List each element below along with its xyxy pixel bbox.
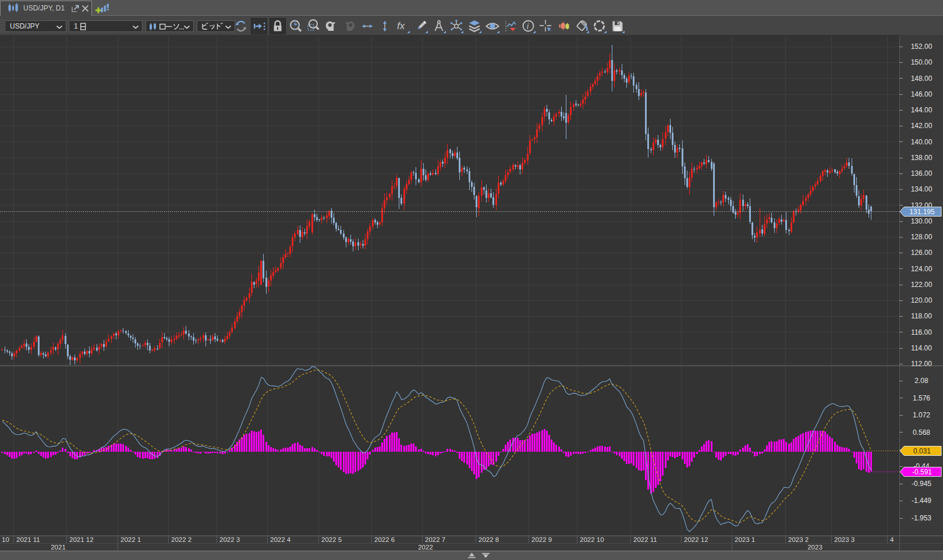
svg-text:138.00: 138.00 (911, 154, 933, 162)
svg-text:148.00: 148.00 (911, 75, 933, 83)
svg-text:2023 1: 2023 1 (735, 536, 755, 543)
svg-text:2022 9: 2022 9 (531, 536, 552, 543)
svg-text:2022 12: 2022 12 (684, 536, 708, 543)
svg-text:2021 12: 2021 12 (69, 536, 94, 543)
svg-text:2021 11: 2021 11 (16, 536, 40, 543)
svg-text:2022 5: 2022 5 (321, 536, 342, 543)
svg-text:2023 2: 2023 2 (788, 536, 809, 543)
svg-text:0.031: 0.031 (913, 447, 931, 455)
svg-text:120.00: 120.00 (911, 296, 933, 304)
svg-text:-1.449: -1.449 (912, 497, 931, 505)
svg-text:2022 3: 2022 3 (219, 536, 240, 543)
svg-text:152.00: 152.00 (911, 42, 933, 51)
svg-text:122.00: 122.00 (911, 281, 933, 289)
svg-text:116.00: 116.00 (911, 328, 932, 336)
svg-text:2022 6: 2022 6 (374, 536, 395, 543)
svg-text:2022 11: 2022 11 (633, 536, 657, 543)
svg-text:112.00: 112.00 (911, 360, 932, 368)
svg-text:2022 8: 2022 8 (478, 536, 499, 543)
svg-text:0.568: 0.568 (913, 428, 930, 437)
svg-text:2.08: 2.08 (914, 377, 928, 385)
svg-text:130.00: 130.00 (911, 217, 933, 225)
svg-text:140.00: 140.00 (911, 138, 933, 146)
svg-text:128.00: 128.00 (911, 233, 933, 241)
svg-text:2022 7: 2022 7 (425, 536, 445, 543)
svg-text:146.00: 146.00 (911, 90, 933, 98)
svg-text:144.00: 144.00 (911, 106, 933, 114)
svg-text:134.00: 134.00 (911, 185, 933, 193)
svg-text:150.00: 150.00 (911, 58, 933, 66)
svg-text:i: i (527, 22, 529, 31)
svg-text:-0.945: -0.945 (912, 480, 931, 488)
svg-text:2022 1: 2022 1 (120, 536, 141, 543)
svg-text:142.00: 142.00 (911, 122, 933, 130)
svg-text:2022 2: 2022 2 (171, 536, 192, 543)
svg-text:114.00: 114.00 (911, 344, 932, 352)
svg-text:2022: 2022 (418, 544, 433, 551)
svg-text:2022 10: 2022 10 (580, 536, 604, 543)
svg-text:136.00: 136.00 (911, 169, 933, 178)
svg-text:2023: 2023 (807, 544, 823, 551)
svg-text:1.072: 1.072 (913, 411, 930, 419)
svg-text:118.00: 118.00 (911, 312, 932, 320)
svg-text:1.576: 1.576 (913, 394, 930, 402)
svg-text:2022 4: 2022 4 (270, 536, 291, 543)
svg-text:126.00: 126.00 (911, 249, 933, 257)
svg-text:2023 3: 2023 3 (834, 536, 855, 543)
svg-text:124.00: 124.00 (911, 265, 933, 273)
svg-text:-0.591: -0.591 (912, 468, 932, 476)
svg-text:10: 10 (2, 536, 9, 543)
svg-text:4: 4 (890, 536, 894, 543)
svg-text:2021: 2021 (51, 544, 66, 551)
svg-text:-1.953: -1.953 (912, 514, 931, 522)
svg-text:fx: fx (397, 20, 405, 31)
svg-text:131.195: 131.195 (909, 208, 935, 216)
